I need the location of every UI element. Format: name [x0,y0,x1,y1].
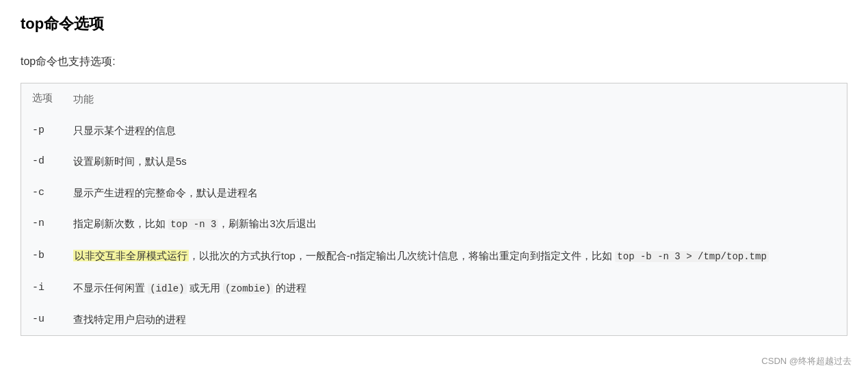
desc-c: 显示产生进程的完整命令，默认是进程名 [73,184,836,202]
table-row: -p 只显示某个进程的信息 [21,115,847,146]
table-row: -d 设置刷新时间，默认是5s [21,146,847,177]
desc-d: 设置刷新时间，默认是5s [73,153,836,170]
option-i: -i [32,279,73,297]
table-header-row: 选项 功能 [21,83,847,115]
header-function: 功能 [73,90,836,108]
table-row: -u 查找特定用户启动的进程 [21,304,847,335]
option-p: -p [32,122,73,140]
option-n: -n [32,215,73,233]
desc-u: 查找特定用户启动的进程 [73,311,836,328]
options-table: 选项 功能 -p 只显示某个进程的信息 -d 设置刷新时间，默认是5s -c 显… [21,83,847,336]
desc-i: 不显示任何闲置 (idle) 或无用 (zombie) 的进程 [73,279,836,298]
page-title: top命令选项 [21,14,847,34]
desc-b: 以非交互非全屏模式运行，以批次的方式执行top，一般配合-n指定输出几次统计信息… [73,247,836,265]
option-b: -b [32,247,73,265]
highlight-text: 以非交互非全屏模式运行 [73,250,189,261]
table-row: -i 不显示任何闲置 (idle) 或无用 (zombie) 的进程 [21,272,847,304]
table-row: -b 以非交互非全屏模式运行，以批次的方式执行top，一般配合-n指定输出几次统… [21,240,847,272]
option-c: -c [32,184,73,202]
desc-n: 指定刷新次数，比如 top -n 3，刷新输出3次后退出 [73,215,836,233]
code-top-n-3: top -n 3 [168,219,218,230]
option-u: -u [32,311,73,328]
header-option: 选项 [32,90,73,108]
code-top-b-n: top -b -n 3 > /tmp/top.tmp [615,251,768,262]
table-row: -c 显示产生进程的完整命令，默认是进程名 [21,177,847,209]
intro-text: top命令也支持选项: [21,55,847,69]
desc-p: 只显示某个进程的信息 [73,122,836,140]
code-zombie: (zombie) [223,283,273,294]
table-row: -n 指定刷新次数，比如 top -n 3，刷新输出3次后退出 [21,208,847,240]
watermark: CSDN @终将超越过去 [761,355,852,367]
option-d: -d [32,153,73,170]
code-idle: (idle) [148,283,186,294]
